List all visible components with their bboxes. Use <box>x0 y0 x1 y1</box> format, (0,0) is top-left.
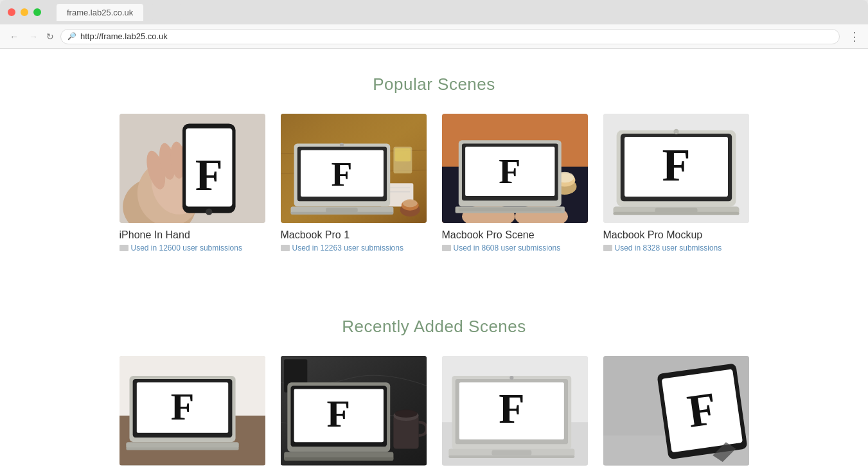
browser-toolbar: ← → ↻ 🔎 http://frame.lab25.co.uk ⋮ <box>0 24 868 49</box>
card-title-macbook-pro-1: Macbook Pro 1 <box>281 229 427 241</box>
card-title-macbook-pro-scene: Macbook Pro Scene <box>442 229 588 241</box>
svg-rect-74 <box>284 457 393 461</box>
macbook-pro1-illustration: F <box>281 114 427 223</box>
recent-scenes-title: Recently Added Scenes <box>120 317 749 337</box>
recent-scenes-section: Recently Added Scenes <box>94 304 775 469</box>
svg-point-25 <box>339 143 343 146</box>
svg-point-11 <box>206 209 212 215</box>
new-tab-button[interactable] <box>151 4 182 20</box>
card-subtitle-macbook-pro-1: Used in 12263 user submissions <box>281 243 427 252</box>
card-subtitle-macbook-pro-mockup: Used in 8328 user submissions <box>603 243 749 252</box>
card-subtitle-iphone-in-hand: Used in 12600 user submissions <box>120 243 265 252</box>
card-thumb-silver: F <box>442 356 588 465</box>
lock-icon: 🔎 <box>67 32 76 40</box>
minimize-button[interactable] <box>21 8 28 16</box>
macbook-mockup-illustration: F <box>603 114 749 223</box>
card-macbook-pro-scene[interactable]: F Macbook Pro Scene Used in 8608 user su… <box>442 114 588 252</box>
card-thumb-macbook-pro-1: F <box>281 114 427 223</box>
close-button[interactable] <box>8 8 15 16</box>
submission-icon-3 <box>442 245 451 251</box>
svg-rect-28 <box>326 208 358 213</box>
card-thumb-macbook-pro-scene: F <box>442 114 588 223</box>
card-subtitle-text-macbook-pro-mockup: Used in 8328 user submissions <box>615 243 722 252</box>
card-silver[interactable]: F Silver <box>442 356 588 469</box>
title-bar: frame.lab25.co.uk <box>0 0 868 24</box>
card-macbook-pro-mockup[interactable]: F Macbook Pro Mockup Used <box>603 114 749 252</box>
card-thumb-brew: F <box>281 356 427 465</box>
submission-icon <box>120 245 128 251</box>
svg-rect-83 <box>448 456 574 458</box>
macbook-scene-illustration: F <box>442 114 588 223</box>
svg-rect-62 <box>126 448 238 450</box>
svg-text:F: F <box>662 139 690 191</box>
svg-text:F: F <box>170 386 194 429</box>
brew-illustration: F <box>281 356 427 465</box>
popular-cards-grid: F iPhone In Hand Used in 12600 user subm… <box>120 114 749 252</box>
svg-rect-44 <box>458 208 561 211</box>
svg-point-50 <box>673 129 678 134</box>
card-thumb-blur: F <box>120 356 265 465</box>
recent-cards-grid: F Blur <box>120 356 749 469</box>
card-macbook-pro-1[interactable]: F <box>281 114 427 252</box>
svg-text:F: F <box>326 393 350 435</box>
forward-button[interactable]: → <box>27 30 40 43</box>
svg-point-31 <box>402 199 417 207</box>
maximize-button[interactable] <box>33 8 41 16</box>
iphone-hand-illustration: F <box>120 114 265 223</box>
card-subtitle-macbook-pro-scene: Used in 8608 user submissions <box>442 243 588 252</box>
card-brew[interactable]: F Brew <box>281 356 427 469</box>
page-content: Popular Scenes <box>0 49 868 469</box>
silver-illustration: F <box>442 356 588 465</box>
svg-text:F: F <box>195 150 222 200</box>
popular-scenes-section: Popular Scenes <box>94 62 775 265</box>
refresh-button[interactable]: ↻ <box>46 31 54 42</box>
submission-icon-4 <box>603 245 612 251</box>
card-thumb-iphone-in-hand: F <box>120 114 265 223</box>
svg-rect-53 <box>655 208 697 213</box>
svg-text:F: F <box>499 385 524 432</box>
address-bar[interactable]: 🔎 http://frame.lab25.co.uk <box>60 29 840 44</box>
tab-label: frame.lab25.co.uk <box>67 8 133 17</box>
popular-scenes-title: Popular Scenes <box>120 75 749 94</box>
card-blur[interactable]: F Blur <box>120 356 265 469</box>
url-text: http://frame.lab25.co.uk <box>80 31 168 41</box>
card-thumb-macbook-pro-mockup: F <box>603 114 749 223</box>
svg-text:F: F <box>499 151 520 191</box>
submission-icon-2 <box>281 245 290 251</box>
card-subtitle-text-iphone-in-hand: Used in 12600 user submissions <box>131 243 242 252</box>
card-thumb-stand: F <box>603 356 749 465</box>
back-button[interactable]: ← <box>8 30 21 43</box>
svg-point-81 <box>509 376 513 380</box>
card-subtitle-text-macbook-pro-1: Used in 12263 user submissions <box>292 243 403 252</box>
stand-illustration: F <box>603 356 749 465</box>
svg-point-68 <box>394 410 417 418</box>
menu-button[interactable]: ⋮ <box>849 30 860 44</box>
browser-tab[interactable]: frame.lab25.co.uk <box>57 4 143 21</box>
blur-illustration: F <box>120 356 265 465</box>
card-title-macbook-pro-mockup: Macbook Pro Mockup <box>603 229 749 241</box>
card-iphone-in-hand[interactable]: F iPhone In Hand Used in 12600 user subm… <box>120 114 265 252</box>
card-subtitle-text-macbook-pro-scene: Used in 8608 user submissions <box>454 243 561 252</box>
svg-rect-84 <box>492 450 531 456</box>
svg-rect-17 <box>394 148 411 162</box>
svg-text:F: F <box>331 155 352 193</box>
card-stand[interactable]: F Stand <box>603 356 749 469</box>
browser-window: frame.lab25.co.uk ← → ↻ 🔎 http://frame.l… <box>0 0 868 469</box>
card-title-iphone-in-hand: iPhone In Hand <box>120 229 265 241</box>
